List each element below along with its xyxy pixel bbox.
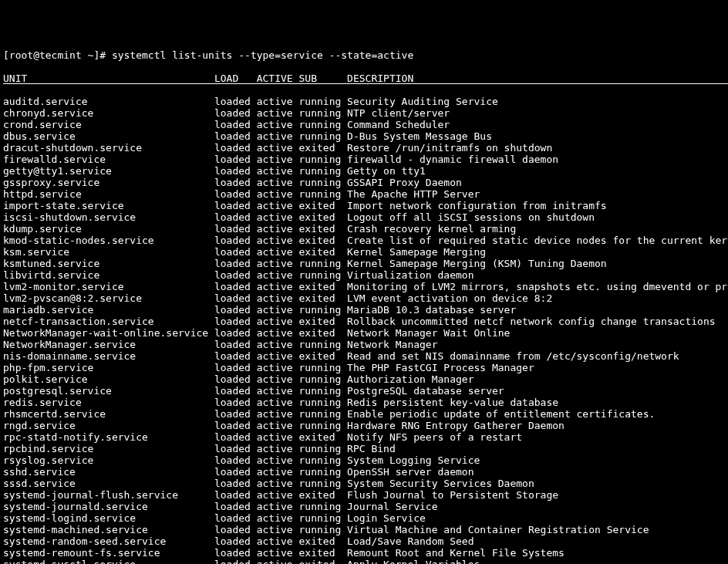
- shell-prompt[interactable]: [root@tecmint ~]# systemctl list-units -…: [3, 49, 725, 61]
- service-row: NetworkManager.service loaded active run…: [3, 339, 725, 350]
- service-row: systemd-journal-flush.service loaded act…: [3, 489, 725, 501]
- service-row: sssd.service loaded active running Syste…: [3, 478, 725, 489]
- service-row: php-fpm.service loaded active running Th…: [3, 362, 725, 373]
- service-row: netcf-transaction.service loaded active …: [3, 316, 725, 327]
- service-row: postgresql.service loaded active running…: [3, 385, 725, 397]
- service-row: ksmtuned.service loaded active running K…: [3, 258, 725, 269]
- service-row: nis-domainname.service loaded active exi…: [3, 350, 725, 362]
- service-list: auditd.service loaded active running Sec…: [3, 96, 725, 564]
- service-row: httpd.service loaded active running The …: [3, 188, 725, 200]
- service-row: ksm.service loaded active exited Kernel …: [3, 246, 725, 258]
- service-row: libvirtd.service loaded active running V…: [3, 269, 725, 281]
- service-row: rpcbind.service loaded active running RP…: [3, 443, 725, 454]
- service-row: auditd.service loaded active running Sec…: [3, 96, 725, 107]
- service-row: getty@tty1.service loaded active running…: [3, 165, 725, 177]
- service-row: systemd-logind.service loaded active run…: [3, 512, 725, 524]
- service-row: firewalld.service loaded active running …: [3, 154, 725, 165]
- service-row: iscsi-shutdown.service loaded active exi…: [3, 211, 725, 223]
- service-row: systemd-remount-fs.service loaded active…: [3, 547, 725, 559]
- service-row: systemd-journald.service loaded active r…: [3, 501, 725, 512]
- service-row: dbus.service loaded active running D-Bus…: [3, 130, 725, 142]
- service-row: kdump.service loaded active exited Crash…: [3, 223, 725, 235]
- service-row: redis.service loaded active running Redi…: [3, 397, 725, 408]
- service-row: lvm2-pvscan@8:2.service loaded active ex…: [3, 292, 725, 304]
- service-row: rngd.service loaded active running Hardw…: [3, 420, 725, 431]
- service-row: rsyslog.service loaded active running Sy…: [3, 454, 725, 466]
- service-row: NetworkManager-wait-online.service loade…: [3, 327, 725, 339]
- service-row: sshd.service loaded active running OpenS…: [3, 466, 725, 478]
- service-row: systemd-random-seed.service loaded activ…: [3, 535, 725, 547]
- service-row: systemd-sysctl.service loaded active exi…: [3, 559, 725, 564]
- service-row: gssproxy.service loaded active running G…: [3, 177, 725, 188]
- column-headers: UNIT LOAD ACTIVE SUB DESCRIPTION: [3, 73, 725, 84]
- service-row: chronyd.service loaded active running NT…: [3, 107, 725, 119]
- service-row: crond.service loaded active running Comm…: [3, 119, 725, 130]
- service-row: mariadb.service loaded active running Ma…: [3, 304, 725, 316]
- service-row: rhsmcertd.service loaded active running …: [3, 408, 725, 420]
- service-row: polkit.service loaded active running Aut…: [3, 373, 725, 385]
- service-row: rpc-statd-notify.service loaded active e…: [3, 431, 725, 443]
- service-row: dracut-shutdown.service loaded active ex…: [3, 142, 725, 154]
- service-row: systemd-machined.service loaded active r…: [3, 524, 725, 535]
- service-row: lvm2-monitor.service loaded active exite…: [3, 281, 725, 292]
- service-row: kmod-static-nodes.service loaded active …: [3, 235, 725, 246]
- service-row: import-state.service loaded active exite…: [3, 200, 725, 211]
